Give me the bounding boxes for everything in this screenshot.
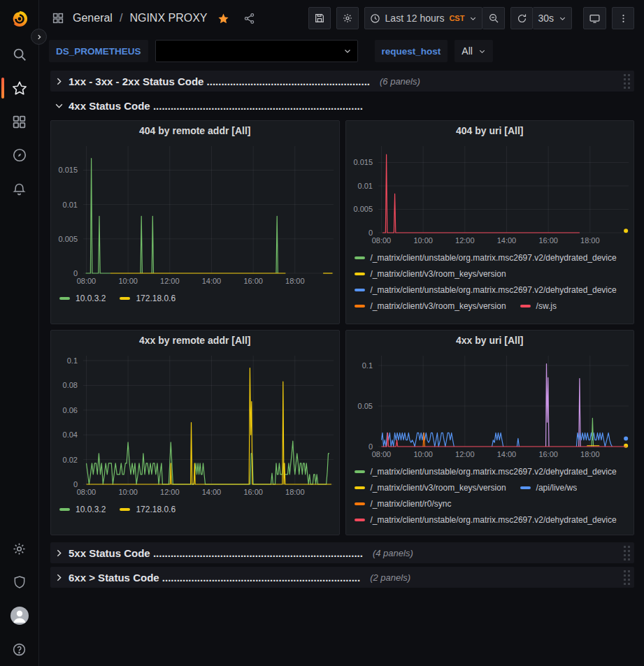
panel-404-by-uri: 404 by uri [All] 08:0010:0012:0014:0016:… xyxy=(345,120,635,324)
svg-text:10:00: 10:00 xyxy=(413,450,433,458)
dashboard-settings-button[interactable] xyxy=(336,7,359,29)
svg-text:10:00: 10:00 xyxy=(118,488,138,496)
svg-text:0.005: 0.005 xyxy=(353,205,373,213)
zoom-out-button[interactable] xyxy=(482,7,505,29)
legend-item[interactable]: /_matrix/client/unstable/org.matrix.msc2… xyxy=(355,282,617,298)
apps-grid-icon[interactable] xyxy=(52,12,64,24)
request-host-value: All xyxy=(461,45,473,57)
legend-label: /_matrix/client/unstable/org.matrix.msc2… xyxy=(371,253,617,263)
legend-item[interactable]: 172.18.0.6 xyxy=(120,290,176,306)
refresh-interval-label: 30s xyxy=(538,13,554,24)
star-filled-icon[interactable] xyxy=(217,13,229,24)
tv-mode-button[interactable] xyxy=(583,7,606,29)
panel-grid: 404 by remote addr [All] 08:0010:0012:00… xyxy=(50,120,634,535)
panel-title[interactable]: 404 by remote addr [All] xyxy=(51,121,339,140)
row-title: 1xx - 3xx - 2xx Status Code xyxy=(69,75,203,87)
legend-item[interactable]: /_matrix/client/unstable/org.matrix.msc2… xyxy=(355,249,617,266)
sidebar-item-explore[interactable] xyxy=(0,138,39,172)
time-range-picker[interactable]: Last 12 hours CST xyxy=(364,7,483,29)
legend-item[interactable]: /_matrix/client/v3/room_keys/version xyxy=(355,266,506,282)
svg-text:0: 0 xyxy=(73,480,78,488)
share-icon[interactable] xyxy=(243,13,255,24)
legend-swatch xyxy=(355,305,365,307)
legend-item[interactable]: /_matrix/client/unstable/org.matrix.msc2… xyxy=(355,463,617,479)
row-drag-handle[interactable] xyxy=(624,546,630,560)
row-drag-handle[interactable] xyxy=(624,74,630,89)
legend-item[interactable]: /_matrix/client/r0/sync xyxy=(355,495,452,512)
refresh-button[interactable] xyxy=(510,7,533,29)
timeseries-chart[interactable]: 08:0010:0012:0014:0016:0018:0000.020.040… xyxy=(51,350,339,498)
breadcrumb-section[interactable]: General xyxy=(73,12,113,24)
svg-text:14:00: 14:00 xyxy=(202,277,222,285)
dashboard-body: 1xx - 3xx - 2xx Status Code ............… xyxy=(39,66,644,588)
legend-item[interactable]: /_matrix/client/v3/room_keys/version xyxy=(355,298,506,314)
sidebar-expand-button[interactable] xyxy=(31,29,47,45)
legend-label: /_matrix/client/v3/room_keys/version xyxy=(371,301,506,311)
sidebar xyxy=(0,0,39,666)
panel-title[interactable]: 404 by uri [All] xyxy=(346,121,634,140)
legend-label: /_matrix/client/unstable/org.matrix.msc2… xyxy=(371,467,617,477)
time-range-label: Last 12 hours xyxy=(385,13,445,24)
sidebar-item-starred[interactable] xyxy=(0,71,39,105)
legend-item[interactable]: /sw.js xyxy=(520,298,557,314)
refresh-interval-picker[interactable]: 30s xyxy=(533,7,572,29)
svg-text:0: 0 xyxy=(73,269,78,277)
svg-text:0.06: 0.06 xyxy=(63,406,78,414)
dashboard-topbar: General / NGINX PROXY Last 12 hours CST xyxy=(39,0,644,36)
legend-item[interactable]: 10.0.3.2 xyxy=(59,290,106,306)
legend-label: 10.0.3.2 xyxy=(76,294,106,303)
row-drag-handle[interactable] xyxy=(624,570,630,585)
svg-text:18:00: 18:00 xyxy=(580,236,600,245)
datasource-select[interactable] xyxy=(155,40,358,62)
legend-label: /_matrix/client/unstable/org.matrix.msc2… xyxy=(371,515,617,525)
svg-text:10:00: 10:00 xyxy=(118,277,138,285)
legend-swatch xyxy=(355,289,365,291)
panel-title[interactable]: 4xx by remote addr [All] xyxy=(51,331,339,350)
row-leader: ........................................… xyxy=(162,572,360,584)
legend-swatch xyxy=(120,508,130,511)
timeseries-chart[interactable]: 08:0010:0012:0014:0016:0018:0000.0050.01… xyxy=(51,140,339,287)
chevron-right-icon xyxy=(55,77,64,86)
legend-label: /_matrix/client/unstable/org.matrix.msc2… xyxy=(371,285,617,295)
row-leader: ........................................… xyxy=(153,547,363,559)
chevron-down-icon xyxy=(55,101,64,110)
legend-item[interactable]: /_matrix/client/v3/room_keys/version xyxy=(355,479,506,495)
legend-swatch xyxy=(355,519,365,521)
svg-text:0: 0 xyxy=(368,229,372,237)
sidebar-item-configuration[interactable] xyxy=(0,532,39,565)
svg-text:12:00: 12:00 xyxy=(160,277,180,285)
sidebar-item-help[interactable] xyxy=(0,632,39,666)
svg-text:08:00: 08:00 xyxy=(77,488,96,496)
save-dashboard-button[interactable] xyxy=(308,7,331,29)
breadcrumb-divider: / xyxy=(118,12,124,24)
legend-item[interactable]: /api/live/ws xyxy=(520,479,578,495)
kebab-menu-button[interactable] xyxy=(612,7,634,29)
avatar xyxy=(10,607,29,625)
panel-title[interactable]: 4xx by uri [All] xyxy=(346,331,634,350)
request-host-select[interactable]: All xyxy=(455,40,493,62)
sidebar-item-dashboards[interactable] xyxy=(0,105,39,138)
legend-label: /_matrix/client/r0/sync xyxy=(371,499,452,509)
sidebar-item-server-admin[interactable] xyxy=(0,565,39,599)
timeseries-chart[interactable]: 08:0010:0012:0014:0016:0018:0000.050.1 xyxy=(346,350,634,461)
legend-item[interactable]: 10.0.3.2 xyxy=(59,501,106,517)
timeseries-chart[interactable]: 08:0010:0012:0014:0016:0018:0000.0050.01… xyxy=(346,140,634,247)
legend-item[interactable]: 172.18.0.6 xyxy=(120,501,176,517)
user-avatar[interactable] xyxy=(0,599,39,632)
svg-text:18:00: 18:00 xyxy=(580,450,600,458)
svg-text:14:00: 14:00 xyxy=(496,450,516,458)
row-panel-count: (2 panels) xyxy=(370,572,410,583)
row-6xx[interactable]: 6xx > Status Code ......................… xyxy=(50,567,634,588)
row-1xx-3xx-2xx[interactable]: 1xx - 3xx - 2xx Status Code ............… xyxy=(50,71,634,92)
row-5xx[interactable]: 5xx Status Code ........................… xyxy=(50,542,634,563)
breadcrumb-title[interactable]: NGINX PROXY xyxy=(129,12,207,24)
sidebar-item-alerting[interactable] xyxy=(0,172,39,205)
row-4xx[interactable]: 4xx Status Code ........................… xyxy=(50,95,634,116)
svg-text:0.01: 0.01 xyxy=(357,182,372,190)
row-title: 6xx > Status Code xyxy=(69,572,159,584)
legend-swatch xyxy=(355,273,365,275)
datasource-variable-label: DS_PROMETHEUS xyxy=(49,40,148,62)
legend-swatch xyxy=(520,305,531,307)
legend-item[interactable]: /_matrix/client/unstable/org.matrix.msc2… xyxy=(355,512,617,528)
legend-swatch xyxy=(120,297,130,300)
